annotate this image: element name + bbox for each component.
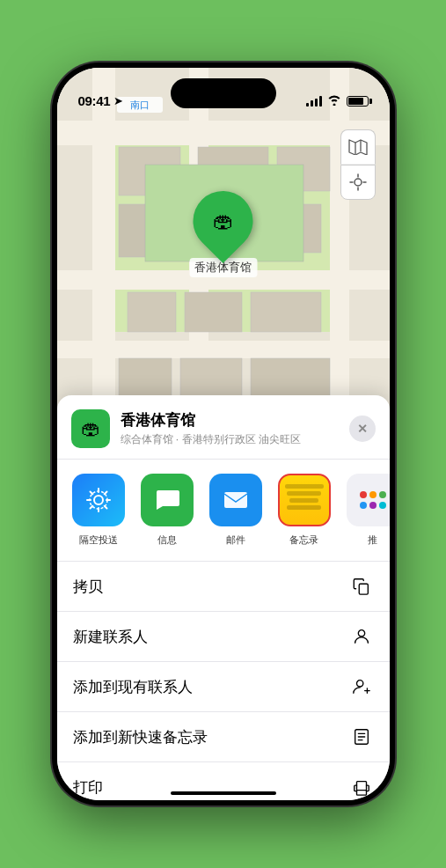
add-notes-label: 添加到新快速备忘录: [73, 727, 208, 747]
new-contact-label: 新建联系人: [73, 627, 148, 647]
airdrop-icon-box: [72, 474, 125, 526]
action-list: 拷贝 新建联系人 添加到现有联系人: [57, 562, 390, 800]
mail-icon-box: [209, 474, 262, 526]
share-row: 隔空投送 信息: [57, 460, 390, 562]
share-messages[interactable]: 信息: [136, 474, 198, 547]
notes-icon-box: [278, 474, 331, 526]
action-new-contact[interactable]: 新建联系人: [57, 612, 390, 662]
pin-icon: 🏟: [213, 209, 234, 233]
notes-label: 备忘录: [289, 533, 318, 547]
action-add-notes[interactable]: 添加到新快速备忘录: [57, 712, 390, 762]
svg-rect-25: [224, 492, 247, 508]
status-icons: [306, 94, 369, 108]
location-pin: 🏟 香港体育馆: [189, 191, 257, 277]
more-label: 推: [368, 533, 377, 547]
share-airdrop[interactable]: 隔空投送: [68, 474, 129, 547]
svg-rect-13: [128, 292, 176, 332]
print-icon: [349, 775, 374, 799]
add-notes-icon: [349, 725, 374, 749]
svg-point-28: [356, 680, 362, 687]
sheet-header: 🏟 香港体育馆 综合体育馆 · 香港特别行政区 油尖旺区 ✕: [57, 395, 390, 460]
dynamic-island: [171, 78, 276, 108]
home-indicator: [171, 791, 276, 795]
location-arrow-icon: ➤: [113, 94, 123, 107]
share-notes[interactable]: 备忘录: [274, 474, 335, 547]
svg-rect-15: [251, 292, 321, 332]
action-copy[interactable]: 拷贝: [57, 562, 390, 612]
svg-point-27: [358, 630, 364, 636]
close-button[interactable]: ✕: [349, 416, 376, 442]
status-time: 09:41: [78, 93, 111, 108]
venue-name: 香港体育馆: [121, 410, 349, 430]
wifi-icon: [327, 94, 341, 108]
share-mail[interactable]: 邮件: [205, 474, 267, 547]
map-type-button[interactable]: [340, 129, 376, 165]
svg-point-22: [355, 179, 362, 186]
airdrop-label: 隔空投送: [79, 533, 118, 547]
add-existing-label: 添加到现有联系人: [73, 677, 193, 697]
new-contact-icon: [349, 624, 374, 649]
signal-icon: [306, 96, 322, 107]
messages-label: 信息: [157, 533, 177, 547]
svg-rect-26: [359, 584, 368, 594]
copy-icon: [349, 574, 374, 599]
bottom-sheet: 🏟 香港体育馆 综合体育馆 · 香港特别行政区 油尖旺区 ✕: [57, 395, 390, 800]
location-button[interactable]: [340, 165, 376, 200]
share-more[interactable]: 推: [342, 474, 390, 547]
svg-rect-30: [356, 791, 366, 796]
messages-icon-box: [141, 474, 194, 526]
print-label: 打印: [73, 777, 103, 798]
action-add-existing[interactable]: 添加到现有联系人: [57, 662, 390, 712]
svg-point-23: [94, 496, 103, 504]
pin-circle: 🏟: [180, 179, 265, 263]
venue-info: 香港体育馆 综合体育馆 · 香港特别行政区 油尖旺区: [121, 410, 349, 447]
venue-icon: 🏟: [71, 409, 110, 448]
map-controls: [340, 129, 376, 200]
copy-label: 拷贝: [73, 577, 103, 597]
phone-frame: 09:41 ➤: [52, 63, 395, 805]
svg-rect-14: [185, 292, 242, 332]
mail-label: 邮件: [226, 533, 245, 547]
venue-sub: 综合体育馆 · 香港特别行政区 油尖旺区: [121, 432, 349, 447]
phone-screen: 09:41 ➤: [57, 68, 390, 800]
battery-icon: [347, 96, 369, 107]
more-icon-box: [347, 474, 390, 526]
add-existing-icon: [349, 674, 374, 699]
